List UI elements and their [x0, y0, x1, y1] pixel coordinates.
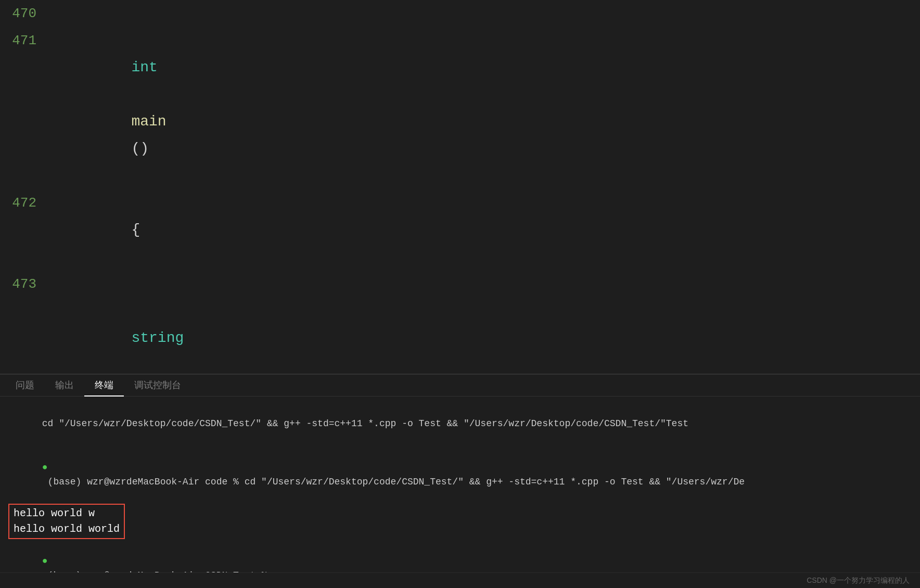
terminal-command-line: cd "/Users/wzr/Desktop/code/CSDN_Test/" …: [8, 402, 912, 445]
code-line-470: 470: [0, 0, 920, 27]
punc-parens: (): [131, 140, 149, 157]
command-text: cd "/Users/wzr/Desktop/code/CSDN_Test/" …: [42, 418, 688, 429]
line-number-473: 473: [0, 271, 47, 298]
fn-main: main: [131, 113, 166, 130]
output-highlight-box: hello world w hello world world: [8, 504, 125, 539]
code-line-472: 472 {: [0, 189, 920, 271]
output-line-1: hello world w: [14, 506, 120, 521]
line-content-471: int main (): [51, 27, 167, 189]
final-prompt-dot: ●: [42, 556, 48, 566]
keyword-int: int: [131, 59, 157, 75]
terminal-prompt-echo: ● (base) wzr@wzrdeMacBook-Air code % cd …: [8, 445, 912, 504]
terminal-panel: 问题 输出 终端 调试控制台 cd "/Users/wzr/Desktop/co…: [0, 375, 920, 572]
line-content-473: string s = "hello world" ;: [51, 271, 245, 374]
line-content-472: {: [51, 189, 140, 271]
code-editor: 470 471 int main () 472 { 473: [0, 0, 920, 374]
prompt-echo-text: (base) wzr@wzrdeMacBook-Air code % cd "/…: [42, 477, 745, 487]
code-lines: 470 471 int main () 472 { 473: [0, 0, 920, 374]
brace-open: {: [131, 222, 140, 238]
tab-output[interactable]: 输出: [45, 375, 84, 397]
line-number-471: 471: [0, 27, 47, 54]
tab-problems[interactable]: 问题: [5, 375, 45, 397]
final-prompt-text: (base) wzr@wzrdeMacBook-Air CSDN_Test %: [42, 570, 273, 572]
terminal-tabs: 问题 输出 终端 调试控制台: [0, 375, 920, 397]
tab-debug[interactable]: 调试控制台: [124, 375, 191, 397]
tab-terminal[interactable]: 终端: [84, 375, 124, 397]
code-line-473: 473 string s = "hello world" ;: [0, 271, 920, 374]
code-line-471: 471 int main (): [0, 27, 920, 189]
output-line-2: hello world world: [14, 521, 120, 537]
footer-text: CSDN @一个努力学习编程的人: [807, 576, 910, 585]
keyword-string: string: [131, 330, 184, 346]
footer: CSDN @一个努力学习编程的人: [0, 572, 920, 588]
line-number-472: 472: [0, 189, 47, 216]
line-number-470: 470: [0, 0, 47, 27]
space: [131, 86, 140, 103]
terminal-final-prompt: ● (base) wzr@wzrdeMacBook-Air CSDN_Test …: [8, 539, 912, 572]
prompt-dot: ●: [42, 462, 48, 472]
terminal-content: cd "/Users/wzr/Desktop/code/CSDN_Test/" …: [0, 397, 920, 572]
